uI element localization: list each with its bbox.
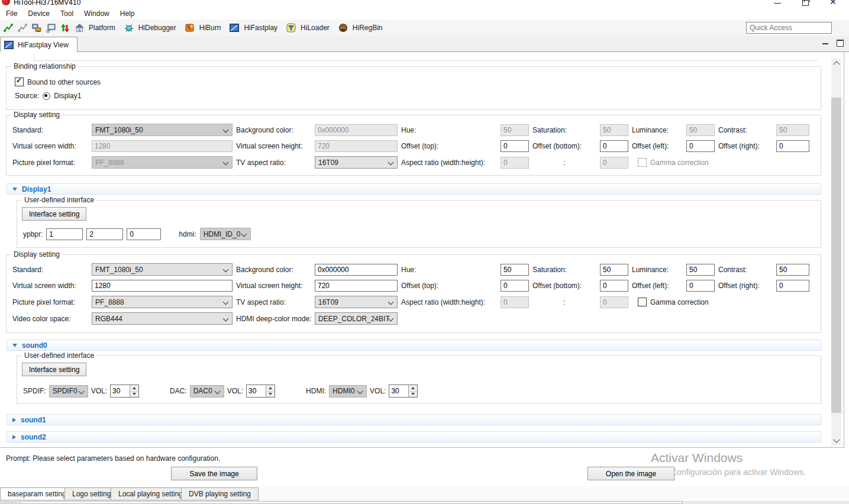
triangle-expanded-icon (12, 344, 17, 347)
window-restore-button[interactable] (802, 0, 809, 6)
save-the-image-button[interactable]: Save the image (171, 467, 257, 480)
background-color-input[interactable] (315, 264, 398, 276)
aspect-ratio-width-input (501, 296, 529, 308)
disconnect-icon[interactable] (17, 22, 28, 33)
connect-icon[interactable] (3, 22, 14, 33)
horizontal-scrollbar[interactable] (0, 501, 849, 504)
hiburn-button[interactable]: HiBurn (183, 22, 221, 33)
offset-top-input[interactable] (501, 280, 529, 292)
sound1-expander[interactable]: sound1 (7, 414, 821, 425)
standard-label: Standard: (12, 266, 88, 274)
sound2-expander[interactable]: sound2 (7, 431, 821, 442)
hdmi-vol-up-button[interactable] (409, 385, 417, 392)
menu-tool[interactable]: Tool (55, 8, 79, 19)
view-maximize-button[interactable] (837, 40, 844, 47)
tab-hifastplay-view[interactable]: HiFastplay View (0, 37, 78, 52)
hifastplay-button[interactable]: HiFastplay (227, 22, 277, 33)
chevron-down-icon (78, 388, 84, 394)
sound0-expander[interactable]: sound0 (7, 340, 821, 351)
aspect-ratio-label: Aspect ratio (width:height): (401, 298, 497, 306)
offset-left-input[interactable] (686, 140, 715, 152)
offset-bottom-input[interactable] (600, 280, 628, 292)
ypbpr-input-1[interactable] (46, 228, 83, 240)
hidebugger-button[interactable]: HiDebugger (122, 22, 176, 33)
window-close-button[interactable]: ✕ (829, 0, 837, 6)
platform-button[interactable]: Platform (72, 22, 115, 33)
quick-access-input[interactable] (746, 22, 832, 34)
device-config-icon[interactable] (31, 22, 42, 33)
offset-top-input[interactable] (501, 140, 529, 152)
video-color-space-combobox[interactable]: RGB444 (92, 312, 233, 325)
virtual-screen-width-input[interactable] (92, 280, 233, 292)
scrollbar-thumb[interactable] (831, 98, 841, 413)
tab-dvb-playing-setting[interactable]: DVB playing setting (181, 487, 259, 500)
display1-expander[interactable]: Display1 (7, 183, 821, 195)
hdmi-vol-stepper[interactable] (389, 385, 418, 398)
hiloader-button[interactable]: HiLoader (284, 22, 330, 33)
activate-windows-watermark: Activar Windows (651, 451, 743, 465)
ypbpr-input-3[interactable] (127, 228, 161, 240)
arrow-up-icon (269, 387, 272, 389)
offset-right-input[interactable] (776, 280, 809, 292)
tab-label: baseparam setting (8, 490, 66, 498)
standard-combobox[interactable]: FMT_1080i_50 (92, 263, 233, 276)
spdif-vol-down-button[interactable] (130, 392, 138, 398)
bound-to-other-sources-checkbox[interactable] (15, 77, 24, 86)
menu-help[interactable]: Help (115, 8, 140, 19)
luminance-input[interactable] (686, 264, 715, 276)
dac-vol-up-button[interactable] (266, 385, 275, 392)
scroll-up-button[interactable] (831, 58, 841, 67)
ypbpr-input-2[interactable] (86, 228, 123, 240)
standard-value: FMT_1080i_50 (95, 126, 143, 134)
tv-aspect-ratio-combobox[interactable]: 16T09 (315, 296, 398, 308)
menu-device[interactable]: Device (22, 8, 55, 19)
hdmi-vol-input[interactable] (389, 385, 408, 397)
tab-baseparam-setting[interactable]: baseparam setting (0, 487, 74, 500)
scroll-down-button[interactable] (831, 437, 841, 445)
aspect-ratio-width-input (501, 157, 529, 169)
hiloader-label: HiLoader (301, 24, 330, 32)
display1-interface-setting-button[interactable]: Interface setting (22, 207, 86, 221)
menu-file[interactable]: File (1, 8, 22, 19)
hdmi-combobox[interactable]: HDMI0 (329, 385, 367, 398)
spdif-vol-up-button[interactable] (130, 385, 138, 392)
hiregbin-button[interactable]: HiRegBin (336, 22, 383, 33)
dac-vol-down-button[interactable] (266, 392, 275, 398)
picture-pixel-format-value: PF_8888 (95, 159, 124, 167)
sound0-interface-setting-button[interactable]: Interface setting (22, 363, 86, 376)
hue-input[interactable] (501, 264, 529, 276)
spdif-vol-input[interactable] (111, 385, 130, 397)
menu-window[interactable]: Window (79, 8, 115, 19)
virtual-screen-width-label: Virtual screen width: (12, 282, 88, 290)
spdif-combobox[interactable]: SPDIF0 (49, 385, 88, 398)
gamma-correction-checkbox[interactable] (638, 298, 647, 306)
offset-right-label: Offset (right): (718, 282, 773, 290)
saturation-input[interactable] (600, 264, 628, 276)
virtual-screen-height-input[interactable] (315, 280, 398, 292)
picture-pixel-format-combobox[interactable]: PF_8888 (92, 296, 233, 308)
hscroll-left-button[interactable] (0, 501, 18, 504)
screen-config-icon[interactable] (46, 22, 56, 33)
hdmi-deep-color-combobox[interactable]: DEEP_COLOR_24BIT (315, 312, 398, 325)
transfer-arrows-icon[interactable] (60, 22, 70, 33)
offset-left-input[interactable] (686, 280, 715, 292)
source-display1-radio[interactable] (43, 92, 50, 100)
open-the-image-button[interactable]: Open the image (587, 467, 674, 480)
hdmi-vol-down-button[interactable] (409, 392, 417, 398)
spdif-vol-stepper[interactable] (110, 385, 139, 398)
app-logo-icon (2, 0, 10, 5)
hscroll-thumb[interactable] (19, 501, 683, 504)
view-minimize-button[interactable] (822, 43, 828, 44)
offset-right-input[interactable] (776, 140, 809, 152)
dac-vol-stepper[interactable] (246, 385, 275, 398)
vertical-scrollbar[interactable] (831, 58, 841, 445)
window-minimize-button[interactable] (774, 3, 781, 4)
dac-combobox[interactable]: DAC0 (190, 385, 224, 398)
contrast-label: Contrast: (718, 266, 773, 274)
hdmi-id-combobox[interactable]: HDMI_ID_0 (200, 228, 251, 240)
tab-local-playing-setting[interactable]: Local playing setting (111, 487, 191, 500)
dac-vol-input[interactable] (247, 385, 266, 397)
offset-bottom-input[interactable] (600, 140, 628, 152)
contrast-input[interactable] (776, 264, 809, 276)
tv-aspect-ratio-combobox[interactable]: 16T09 (315, 156, 398, 169)
